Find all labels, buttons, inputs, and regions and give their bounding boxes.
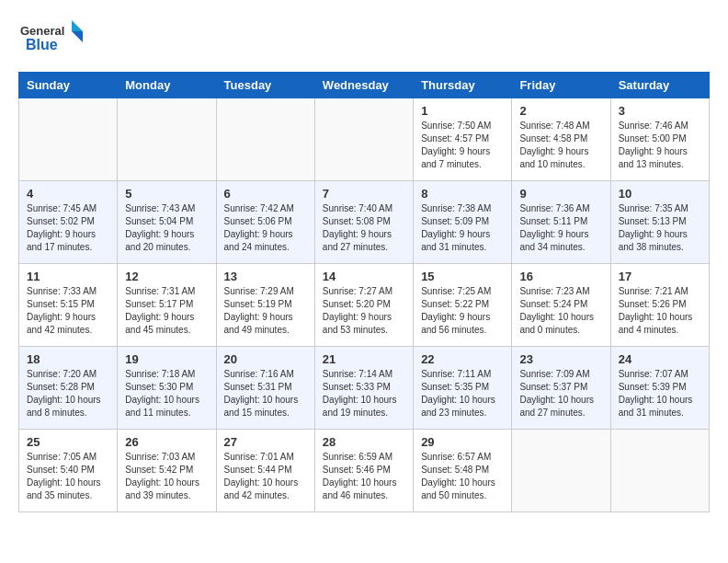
weekday-header: Thursday <box>414 73 512 98</box>
weekday-header: Monday <box>118 73 216 98</box>
calendar-cell <box>216 98 314 181</box>
day-info: Sunrise: 7:50 AM Sunset: 4:57 PM Dayligh… <box>421 120 504 171</box>
calendar-cell: 29Sunrise: 6:57 AM Sunset: 5:48 PM Dayli… <box>414 430 512 512</box>
calendar-cell: 6Sunrise: 7:42 AM Sunset: 5:06 PM Daylig… <box>216 181 314 264</box>
svg-text:General: General <box>20 24 64 38</box>
calendar-cell: 13Sunrise: 7:29 AM Sunset: 5:19 PM Dayli… <box>216 264 314 347</box>
day-info: Sunrise: 6:59 AM Sunset: 5:46 PM Dayligh… <box>323 451 405 502</box>
day-info: Sunrise: 7:01 AM Sunset: 5:44 PM Dayligh… <box>224 451 307 502</box>
calendar-cell: 16Sunrise: 7:23 AM Sunset: 5:24 PM Dayli… <box>512 264 610 347</box>
calendar-cell: 23Sunrise: 7:09 AM Sunset: 5:37 PM Dayli… <box>512 347 610 430</box>
day-info: Sunrise: 7:25 AM Sunset: 5:22 PM Dayligh… <box>421 285 504 337</box>
day-number: 10 <box>619 187 701 201</box>
calendar-cell <box>610 430 709 512</box>
day-info: Sunrise: 7:35 AM Sunset: 5:13 PM Dayligh… <box>619 202 701 254</box>
svg-marker-3 <box>72 31 83 42</box>
day-number: 4 <box>27 187 109 201</box>
day-number: 15 <box>421 270 504 283</box>
day-number: 19 <box>125 352 208 366</box>
day-info: Sunrise: 7:36 AM Sunset: 5:11 PM Dayligh… <box>519 202 602 254</box>
calendar-week-row: 18Sunrise: 7:20 AM Sunset: 5:28 PM Dayli… <box>19 347 710 430</box>
calendar-cell: 15Sunrise: 7:25 AM Sunset: 5:22 PM Dayli… <box>414 264 512 347</box>
calendar-cell: 7Sunrise: 7:40 AM Sunset: 5:08 PM Daylig… <box>314 181 413 264</box>
calendar-cell: 18Sunrise: 7:20 AM Sunset: 5:28 PM Dayli… <box>19 347 118 430</box>
calendar-cell: 28Sunrise: 6:59 AM Sunset: 5:46 PM Dayli… <box>314 430 413 512</box>
day-number: 21 <box>323 352 405 366</box>
calendar-cell: 3Sunrise: 7:46 AM Sunset: 5:00 PM Daylig… <box>610 98 709 181</box>
calendar-cell: 8Sunrise: 7:38 AM Sunset: 5:09 PM Daylig… <box>414 181 512 264</box>
day-number: 5 <box>125 187 208 201</box>
day-info: Sunrise: 7:14 AM Sunset: 5:33 PM Dayligh… <box>323 368 405 419</box>
day-info: Sunrise: 7:16 AM Sunset: 5:31 PM Dayligh… <box>224 368 307 419</box>
calendar-header-row: SundayMondayTuesdayWednesdayThursdayFrid… <box>19 73 710 98</box>
day-number: 8 <box>421 187 504 201</box>
day-info: Sunrise: 7:21 AM Sunset: 5:26 PM Dayligh… <box>619 285 701 337</box>
calendar-week-row: 25Sunrise: 7:05 AM Sunset: 5:40 PM Dayli… <box>19 430 710 512</box>
day-info: Sunrise: 7:40 AM Sunset: 5:08 PM Dayligh… <box>323 202 405 254</box>
day-info: Sunrise: 7:05 AM Sunset: 5:40 PM Dayligh… <box>27 451 109 502</box>
day-number: 28 <box>323 435 405 449</box>
day-info: Sunrise: 7:42 AM Sunset: 5:06 PM Dayligh… <box>224 202 307 254</box>
calendar-cell: 24Sunrise: 7:07 AM Sunset: 5:39 PM Dayli… <box>610 347 709 430</box>
day-info: Sunrise: 7:07 AM Sunset: 5:39 PM Dayligh… <box>619 368 701 419</box>
calendar-week-row: 4Sunrise: 7:45 AM Sunset: 5:02 PM Daylig… <box>19 181 710 264</box>
calendar-week-row: 1Sunrise: 7:50 AM Sunset: 4:57 PM Daylig… <box>19 98 710 181</box>
calendar-cell: 10Sunrise: 7:35 AM Sunset: 5:13 PM Dayli… <box>610 181 709 264</box>
calendar-cell: 22Sunrise: 7:11 AM Sunset: 5:35 PM Dayli… <box>414 347 512 430</box>
day-info: Sunrise: 7:20 AM Sunset: 5:28 PM Dayligh… <box>27 368 109 419</box>
day-number: 29 <box>421 435 504 449</box>
day-info: Sunrise: 7:23 AM Sunset: 5:24 PM Dayligh… <box>519 285 602 337</box>
day-number: 23 <box>519 352 602 366</box>
day-number: 25 <box>27 435 109 449</box>
day-number: 6 <box>224 187 307 201</box>
weekday-header: Sunday <box>19 73 118 98</box>
day-number: 24 <box>619 352 701 366</box>
day-number: 11 <box>27 270 109 283</box>
calendar-cell <box>314 98 413 181</box>
day-number: 16 <box>519 270 602 283</box>
calendar-table: SundayMondayTuesdayWednesdayThursdayFrid… <box>18 72 710 512</box>
calendar-cell <box>19 98 118 181</box>
day-number: 14 <box>323 270 405 283</box>
calendar-cell: 9Sunrise: 7:36 AM Sunset: 5:11 PM Daylig… <box>512 181 610 264</box>
day-info: Sunrise: 7:46 AM Sunset: 5:00 PM Dayligh… <box>619 120 701 171</box>
day-number: 20 <box>224 352 307 366</box>
svg-text:Blue: Blue <box>26 37 58 52</box>
day-number: 17 <box>619 270 701 283</box>
day-info: Sunrise: 7:18 AM Sunset: 5:30 PM Dayligh… <box>125 368 208 419</box>
day-number: 26 <box>125 435 208 449</box>
weekday-header: Saturday <box>610 73 709 98</box>
page-header: General Blue <box>18 18 710 63</box>
logo-svg: General Blue <box>18 18 92 63</box>
day-info: Sunrise: 7:29 AM Sunset: 5:19 PM Dayligh… <box>224 285 307 337</box>
weekday-header: Friday <box>512 73 610 98</box>
calendar-cell: 19Sunrise: 7:18 AM Sunset: 5:30 PM Dayli… <box>118 347 216 430</box>
day-info: Sunrise: 7:03 AM Sunset: 5:42 PM Dayligh… <box>125 451 208 502</box>
calendar-cell <box>512 430 610 512</box>
calendar-cell <box>118 98 216 181</box>
day-info: Sunrise: 7:45 AM Sunset: 5:02 PM Dayligh… <box>27 202 109 254</box>
day-info: Sunrise: 7:31 AM Sunset: 5:17 PM Dayligh… <box>125 285 208 337</box>
day-number: 22 <box>421 352 504 366</box>
calendar-week-row: 11Sunrise: 7:33 AM Sunset: 5:15 PM Dayli… <box>19 264 710 347</box>
day-number: 3 <box>619 104 701 118</box>
day-number: 18 <box>27 352 109 366</box>
day-number: 12 <box>125 270 208 283</box>
day-number: 13 <box>224 270 307 283</box>
calendar-body: 1Sunrise: 7:50 AM Sunset: 4:57 PM Daylig… <box>19 98 710 512</box>
calendar-cell: 1Sunrise: 7:50 AM Sunset: 4:57 PM Daylig… <box>414 98 512 181</box>
calendar-cell: 17Sunrise: 7:21 AM Sunset: 5:26 PM Dayli… <box>610 264 709 347</box>
day-info: Sunrise: 7:27 AM Sunset: 5:20 PM Dayligh… <box>323 285 405 337</box>
day-number: 2 <box>519 104 602 118</box>
day-info: Sunrise: 7:43 AM Sunset: 5:04 PM Dayligh… <box>125 202 208 254</box>
day-info: Sunrise: 6:57 AM Sunset: 5:48 PM Dayligh… <box>421 451 504 502</box>
weekday-header: Wednesday <box>314 73 413 98</box>
day-number: 27 <box>224 435 307 449</box>
calendar-cell: 14Sunrise: 7:27 AM Sunset: 5:20 PM Dayli… <box>314 264 413 347</box>
svg-marker-2 <box>72 20 83 31</box>
day-info: Sunrise: 7:09 AM Sunset: 5:37 PM Dayligh… <box>519 368 602 419</box>
calendar-cell: 2Sunrise: 7:48 AM Sunset: 4:58 PM Daylig… <box>512 98 610 181</box>
calendar-cell: 12Sunrise: 7:31 AM Sunset: 5:17 PM Dayli… <box>118 264 216 347</box>
day-number: 7 <box>323 187 405 201</box>
day-info: Sunrise: 7:11 AM Sunset: 5:35 PM Dayligh… <box>421 368 504 419</box>
